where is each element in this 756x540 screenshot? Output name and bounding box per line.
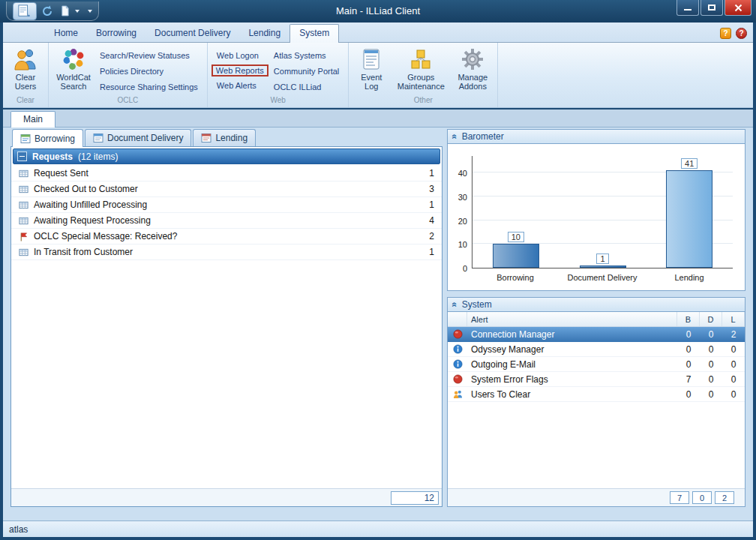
request-row[interactable]: Request Sent 1 <box>11 166 442 182</box>
maximize-button[interactable] <box>700 0 723 16</box>
web-reports-link[interactable]: Web Reports <box>212 64 268 76</box>
alert-count-l: 0 <box>722 342 745 356</box>
tab-borrowing-view[interactable]: Borrowing <box>12 129 83 147</box>
request-row[interactable]: Awaiting Request Processing 4 <box>11 213 442 229</box>
column-b[interactable]: B <box>677 312 700 326</box>
ribbon-group-oclc: WorldCat Search Search/Review Statuses P… <box>49 43 208 107</box>
document-tab-bar: Main <box>3 110 753 128</box>
request-grid-icon <box>19 184 28 194</box>
alert-row[interactable]: Outgoing E-Mail 0 0 0 <box>448 357 745 372</box>
request-row[interactable]: In Transit from Customer 1 <box>11 244 442 260</box>
help-icon-orange[interactable]: ? <box>720 28 731 39</box>
policies-directory-link[interactable]: Policies Directory <box>94 64 203 78</box>
alert-label: Connection Manager <box>467 327 677 341</box>
chart-bar-borrowing <box>493 244 539 268</box>
request-row[interactable]: Awaiting Unfilled Processing 1 <box>11 197 442 213</box>
flag-icon <box>19 232 28 242</box>
borrowing-tab-icon <box>20 134 31 144</box>
alert-count-l: 0 <box>722 387 745 401</box>
alert-count-l: 0 <box>722 357 745 371</box>
request-label: In Transit from Customer <box>34 247 133 257</box>
request-count: 2 <box>429 231 434 242</box>
chart-bar-document-delivery <box>580 266 626 268</box>
bar-value-label: 10 <box>508 232 524 242</box>
alert-row[interactable]: Odyssey Manager 0 0 0 <box>448 342 745 357</box>
alert-label: Outgoing E-Mail <box>467 357 677 371</box>
tab-lending[interactable]: Lending <box>239 25 290 42</box>
barometer-chart: 010203040 10141 BorrowingDocument Delive… <box>452 147 740 289</box>
community-portal-link[interactable]: Community Portal <box>268 64 344 78</box>
collapse-minus-icon[interactable] <box>17 152 27 161</box>
alert-count-d: 0 <box>700 387 722 401</box>
group-label-other: Other <box>349 96 497 107</box>
request-row[interactable]: Checked Out to Customer 3 <box>11 182 442 197</box>
gear-icon <box>460 47 484 71</box>
main-area: Borrowing Document Delivery Lending <box>3 128 753 520</box>
alert-count-l: 0 <box>722 372 745 386</box>
tab-system[interactable]: System <box>290 24 339 43</box>
alert-row[interactable]: System Error Flags 7 0 0 <box>448 372 745 387</box>
requests-group-header[interactable]: Requests (12 items) <box>13 148 440 164</box>
main-view-tab[interactable]: Main <box>10 111 56 128</box>
y-tick-label: 20 <box>458 217 467 226</box>
resource-sharing-settings-link[interactable]: Resource Sharing Settings <box>94 80 203 94</box>
close-button[interactable] <box>724 0 752 16</box>
window-title: Main - ILLiad Client <box>0 5 756 16</box>
groups-maintenance-button[interactable]: Groups Maintenance <box>393 45 448 96</box>
tab-lending-label: Lending <box>215 133 248 143</box>
tab-borrowing[interactable]: Borrowing <box>87 25 146 42</box>
help-icons: ? ? <box>720 28 747 42</box>
request-grid-icon <box>19 169 28 178</box>
web-alerts-link[interactable]: Web Alerts <box>212 79 268 92</box>
search-review-statuses-link[interactable]: Search/Review Statuses <box>94 49 203 62</box>
title-bar: Main - ILLiad Client <box>0 0 756 22</box>
groups-maintenance-icon <box>409 47 433 71</box>
column-alert[interactable]: Alert <box>467 312 677 326</box>
help-icon-red[interactable]: ? <box>736 28 747 39</box>
requests-panel: Borrowing Document Delivery Lending <box>10 129 442 507</box>
ribbon-group-other: Event Log Groups Maintenance Manage Addo… <box>349 43 498 107</box>
tab-document-delivery-view[interactable]: Document Delivery <box>85 129 191 146</box>
column-d[interactable]: D <box>700 312 722 326</box>
collapse-chevron-icon: « <box>451 134 458 140</box>
right-column: « Barometer 010203040 10141 BorrowingDoc… <box>447 129 746 507</box>
oclc-illiad-link[interactable]: OCLC ILLiad <box>268 80 344 94</box>
minimize-button[interactable] <box>676 0 699 16</box>
tab-home[interactable]: Home <box>45 25 87 42</box>
tab-document-delivery[interactable]: Document Delivery <box>146 25 239 42</box>
tab-lending-view[interactable]: Lending <box>193 129 256 146</box>
web-logon-link[interactable]: Web Logon <box>212 49 268 62</box>
system-title: System <box>462 299 492 310</box>
request-label: OCLC Special Message: Received? <box>34 231 177 242</box>
event-log-button[interactable]: Event Log <box>352 45 390 96</box>
barometer-title: Barometer <box>462 131 504 142</box>
alert-row[interactable]: Users To Clear 0 0 0 <box>448 387 745 402</box>
manage-addons-button[interactable]: Manage Addons <box>452 45 494 96</box>
maximize-icon <box>708 4 716 10</box>
requests-total-box: 12 <box>391 491 439 505</box>
users-icon <box>453 389 463 399</box>
clear-users-button[interactable]: Clear Users <box>7 45 44 96</box>
module-tabs: Borrowing Document Delivery Lending <box>10 129 442 146</box>
alert-label: System Error Flags <box>467 372 677 386</box>
tab-borrowing-label: Borrowing <box>34 134 75 144</box>
alert-row[interactable]: Connection Manager 0 0 2 <box>448 327 745 342</box>
system-header[interactable]: « System <box>447 297 746 312</box>
request-row[interactable]: OCLC Special Message: Received? 2 <box>11 229 442 244</box>
alert-count-d: 0 <box>700 327 722 341</box>
system-panel: « System Alert B D L Connec <box>447 297 746 507</box>
alert-count-b: 0 <box>677 387 700 401</box>
chart-plot: 10141 <box>472 156 733 268</box>
minimize-icon <box>684 9 692 10</box>
worldcat-search-button[interactable]: WorldCat Search <box>52 45 94 96</box>
request-count: 4 <box>429 215 434 226</box>
alert-count-d: 0 <box>700 342 722 356</box>
column-l[interactable]: L <box>722 312 745 326</box>
barometer-header[interactable]: « Barometer <box>447 129 746 144</box>
barometer-panel: « Barometer 010203040 10141 BorrowingDoc… <box>447 129 746 291</box>
alert-count-b: 0 <box>677 357 700 371</box>
group-label-web: Web <box>208 96 348 107</box>
request-count: 1 <box>429 247 434 257</box>
atlas-systems-link[interactable]: Atlas Systems <box>268 49 344 62</box>
requests-group-count: (12 items) <box>78 152 118 162</box>
